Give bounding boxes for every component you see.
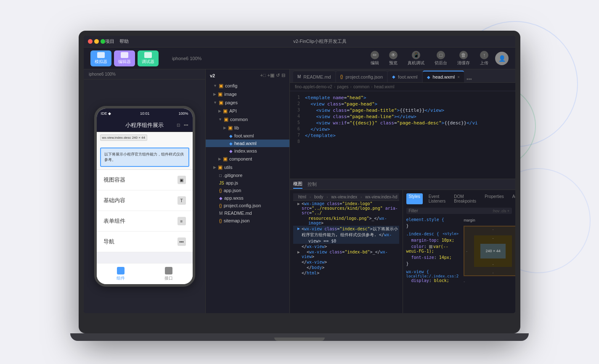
clear-cache-action[interactable]: 🗑 清缓存: [454, 49, 473, 68]
phone-menu-item-3[interactable]: 表单组件 ≡: [97, 211, 193, 232]
tree-item-lib[interactable]: ▣ lib: [206, 124, 289, 132]
minimize-button[interactable]: [94, 39, 99, 44]
css-rule-margin-top: margin-top: 10px;: [406, 237, 459, 243]
tree-item-component[interactable]: ▣ component: [206, 155, 289, 163]
real-device-action[interactable]: 📱 真机调试: [404, 49, 428, 68]
file-icon-app-js: JS: [219, 181, 224, 185]
maximize-button[interactable]: [101, 39, 105, 44]
tabs-more-button[interactable]: •••: [466, 76, 472, 82]
edit-action[interactable]: ✏ 编辑: [367, 49, 382, 68]
css-link-localfile[interactable]: localfile:/.index.css:2: [406, 274, 459, 278]
folder-icon-lib: ▣: [228, 125, 233, 131]
phone-menu-icon[interactable]: •••: [184, 123, 188, 127]
tree-item-head-wxml[interactable]: ◆ head.wxml: [206, 140, 289, 147]
real-device-icon: 📱: [412, 51, 420, 59]
tree-item-index-wxss[interactable]: ◆ index.wxss: [206, 147, 289, 155]
code-line-2: 2 <view class="page-head">: [290, 101, 515, 107]
filter-input[interactable]: [409, 208, 490, 213]
debugger-button[interactable]: 调试器: [138, 50, 159, 66]
sel-wx-view-index[interactable]: wx-view.index: [330, 194, 359, 200]
code-line-3: 3 <view class="page-head-title">{{title}…: [290, 107, 515, 113]
styles-tab-dom-breakpoints[interactable]: DOM Breakpoints: [451, 193, 479, 204]
styles-tabs: Styles Event Listeners DOM Breakpoints P…: [406, 193, 512, 204]
tree-item-app-json[interactable]: {} app.json: [206, 187, 289, 194]
folder-icon-component: ▣: [223, 156, 228, 162]
menu-icon-2: T: [178, 196, 186, 205]
phone-menu-item-1[interactable]: 视图容器 ▣: [97, 170, 193, 190]
tree-item-config[interactable]: ▣ config: [206, 82, 289, 90]
new-file-button[interactable]: +□: [260, 73, 265, 78]
tree-item-app-js[interactable]: JS app.js: [206, 179, 289, 187]
file-icon-index-wxss: ◆: [229, 149, 233, 153]
phone-bottom-tabs: 组件 接口: [97, 263, 193, 284]
simulator-icon: [97, 52, 105, 58]
phone-menu-item-2[interactable]: 基础内容 T: [97, 190, 193, 211]
app-title: v2-FinClip小程序开发工具: [129, 38, 511, 45]
menu-item-project[interactable]: 项目: [105, 38, 114, 45]
tree-item-foot-wxml[interactable]: ◆ foot.wxml: [206, 132, 289, 140]
tree-item-pages[interactable]: ▣ pages: [206, 98, 289, 107]
tree-item-utils[interactable]: ▣ utils: [206, 163, 289, 171]
css-rule-close-1: }: [406, 223, 459, 229]
tree-item-app-wxss[interactable]: ◆ app.wxss: [206, 194, 289, 202]
background-action[interactable]: □ 切后台: [431, 49, 451, 68]
tree-item-api[interactable]: ▣ API: [206, 107, 289, 115]
new-folder-button[interactable]: +▣: [268, 73, 274, 78]
phone-tab-api[interactable]: 接口: [145, 267, 193, 281]
sel-body[interactable]: body: [313, 194, 325, 200]
tree-label-app-wxss: app.wxss: [224, 195, 244, 200]
bottom-tab-control[interactable]: 控制: [307, 180, 317, 188]
code-line-8: 8: [290, 139, 515, 144]
refresh-button[interactable]: ↺: [276, 73, 280, 78]
code-editor[interactable]: 1 <template name="head"> 2 <view class="…: [290, 91, 515, 179]
edit-icon: ✏: [371, 51, 379, 59]
simulator-device-label: iphone6 100%: [84, 69, 205, 79]
phone-expand-icon[interactable]: ⊡: [177, 123, 180, 127]
device-label: iphone6 100%: [172, 56, 201, 61]
css-link-style[interactable]: <style>: [443, 232, 459, 236]
menu-item-help[interactable]: 帮助: [119, 38, 129, 45]
styles-tab-event-listeners[interactable]: Event Listeners: [426, 193, 448, 204]
file-icon-project-config: {}: [219, 203, 222, 208]
phone-menu-item-4[interactable]: 导航 •••: [97, 232, 193, 252]
tab-foot-wxml[interactable]: ◆ foot.wxml: [388, 71, 421, 82]
sel-wx-view-index-hd[interactable]: wx-view.index-hd: [363, 194, 399, 200]
tree-item-readme[interactable]: M README.md: [206, 209, 289, 217]
tree-item-sitemap[interactable]: {} sitemap.json: [206, 217, 289, 224]
chevron-api: [218, 109, 221, 113]
styles-tab-accessibility[interactable]: Accessibility: [510, 193, 515, 204]
styles-tab-styles[interactable]: Styles: [406, 193, 423, 204]
menu-label-2: 基础内容: [103, 197, 125, 204]
styles-tab-properties[interactable]: Properties: [482, 193, 506, 204]
tree-label-component: component: [229, 156, 252, 161]
tab-head-wxml[interactable]: ◆ head.wxml ×: [423, 71, 464, 82]
sel-html[interactable]: html: [297, 194, 308, 200]
editor-button[interactable]: 编辑器: [114, 50, 135, 66]
tree-label-pages: pages: [225, 100, 238, 105]
upload-icon: ↑: [480, 51, 488, 59]
simulator-button[interactable]: 模拟器: [90, 50, 111, 66]
tree-item-project-config[interactable]: {} project.config.json: [206, 202, 289, 209]
code-line-4: 4 <view class="page-head-line"></view>: [290, 113, 515, 120]
bottom-tab-overview[interactable]: 概图: [293, 180, 302, 189]
tab-close-head[interactable]: ×: [457, 75, 460, 79]
laptop-frame: 项目 帮助 v2-FinClip小程序开发工具 模拟器 编辑器 调试器: [79, 31, 520, 333]
user-avatar[interactable]: 👤: [495, 52, 509, 65]
close-button[interactable]: [88, 39, 93, 44]
upload-action[interactable]: ↑ 上传: [477, 49, 492, 68]
html-line-3: ▶ <wx-view class="index-desc">以下将展示小程序官方…: [293, 226, 399, 238]
box-model-panel: margin 10 - - - - -: [462, 216, 515, 285]
code-line-1: 1 <template name="head">: [290, 95, 515, 101]
tab-project-config[interactable]: {} project.config.json: [336, 71, 387, 82]
html-line-4: view> == $0: [293, 238, 399, 244]
simulator-panel: iphone6 100% IDE ◆ 10:01 100% 小程序组件展示 ⊡ …: [84, 69, 206, 313]
tree-item-image[interactable]: ▣ image: [206, 90, 289, 98]
tree-item-common[interactable]: ▣ common: [206, 115, 289, 124]
phone-tab-component[interactable]: 组件: [97, 267, 145, 281]
selected-element-preview: 以下将展示小程序官方组件能力，组件样式仅供参考。: [100, 148, 189, 167]
collapse-button[interactable]: ⊟: [281, 73, 285, 78]
box-border-left: -: [466, 249, 467, 253]
tree-item-gitignore[interactable]: □ .gitignore: [206, 171, 289, 179]
tab-readme[interactable]: M README.md: [293, 71, 335, 82]
preview-action[interactable]: 👁 预览: [386, 49, 401, 68]
